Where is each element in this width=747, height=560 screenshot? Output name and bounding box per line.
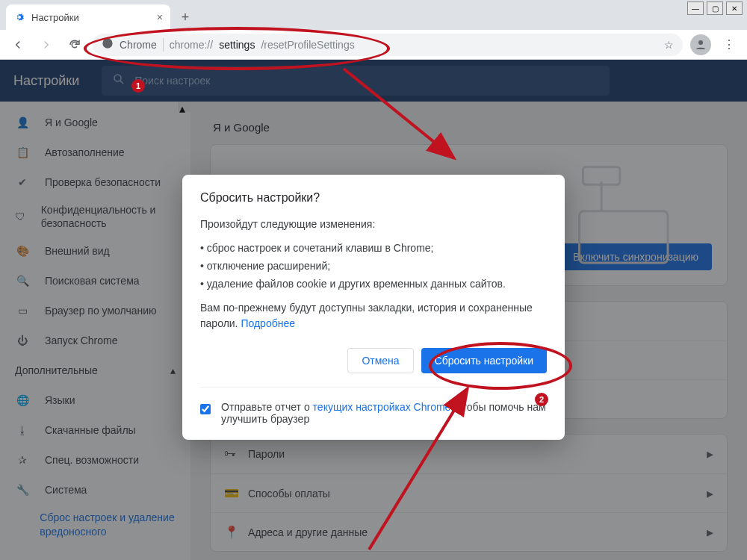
back-button[interactable] bbox=[7, 34, 28, 55]
bookmark-star-icon[interactable]: ☆ bbox=[664, 39, 674, 51]
send-report-label: Отправьте отчет о текущих настройках Chr… bbox=[221, 401, 547, 425]
url-path-rest: /resetProfileSettings bbox=[261, 39, 354, 51]
send-report-row: Отправьте отчет о текущих настройках Chr… bbox=[200, 387, 547, 425]
dialog-title: Сбросить настройки? bbox=[200, 191, 547, 205]
site-info-icon[interactable] bbox=[102, 37, 114, 52]
profile-avatar-button[interactable] bbox=[690, 34, 711, 55]
learn-more-link[interactable]: Подробнее bbox=[241, 317, 295, 329]
svg-point-0 bbox=[102, 38, 112, 48]
settings-gear-icon bbox=[13, 11, 25, 23]
reset-settings-dialog: Сбросить настройки? Произойдут следующие… bbox=[182, 175, 565, 440]
svg-point-1 bbox=[698, 40, 703, 45]
dialog-intro: Произойдут следующие изменения: bbox=[200, 217, 547, 232]
dialog-note: Вам по-прежнему будут доступны закладки,… bbox=[200, 300, 547, 332]
url-divider bbox=[163, 38, 164, 52]
dialog-actions: Отмена Сбросить настройки bbox=[200, 348, 547, 373]
forward-button[interactable] bbox=[36, 34, 57, 55]
browser-toolbar: Chrome chrome://settings/resetProfileSet… bbox=[0, 30, 747, 60]
new-tab-button[interactable]: + bbox=[175, 7, 196, 28]
send-report-checkbox[interactable] bbox=[200, 402, 211, 416]
cancel-button[interactable]: Отмена bbox=[347, 348, 413, 373]
close-window-button[interactable]: ✕ bbox=[726, 1, 743, 15]
kebab-menu-button[interactable]: ⋮ bbox=[719, 34, 740, 55]
tab-close-icon[interactable]: × bbox=[157, 11, 163, 23]
browser-tab[interactable]: Настройки × bbox=[6, 4, 170, 30]
url-secure-label: Chrome bbox=[120, 39, 157, 51]
window-controls: — ▢ ✕ bbox=[687, 1, 743, 15]
url-scheme: chrome:// bbox=[170, 39, 213, 51]
address-bar[interactable]: Chrome chrome://settings/resetProfileSet… bbox=[93, 34, 683, 56]
dialog-bullets: • сброс настроек и сочетаний клавиш в Ch… bbox=[200, 240, 547, 293]
current-settings-link[interactable]: текущих настройках Chrome bbox=[313, 401, 451, 413]
minimize-button[interactable]: — bbox=[687, 1, 704, 15]
reload-button[interactable] bbox=[64, 34, 85, 55]
tab-strip: Настройки × + bbox=[0, 0, 747, 30]
report-text-before: Отправьте отчет о bbox=[221, 401, 313, 413]
tab-title: Настройки bbox=[31, 12, 79, 23]
reset-confirm-button[interactable]: Сбросить настройки bbox=[421, 348, 547, 373]
url-path-bold: settings bbox=[219, 39, 255, 51]
maximize-button[interactable]: ▢ bbox=[707, 1, 723, 15]
